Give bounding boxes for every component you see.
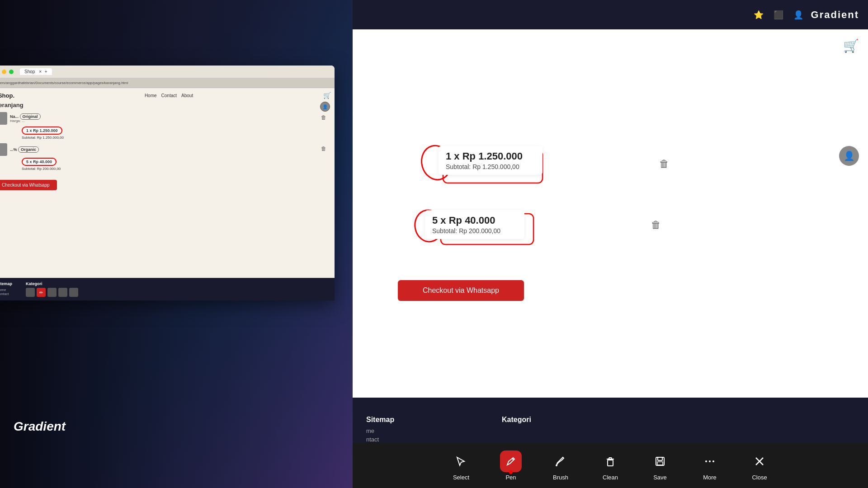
- toolbar: Select Pen Brush: [353, 443, 868, 488]
- footer-toolbar-strip: ✏: [26, 288, 78, 297]
- product1-name: Na... Original: [10, 114, 41, 119]
- profile-icon[interactable]: 👤: [791, 8, 806, 22]
- product2-badge: Organic: [18, 146, 39, 153]
- cart-icon-nav[interactable]: 🛒: [323, 92, 331, 99]
- checkout-btn-screen[interactable]: Checkout via Whatsapp: [0, 180, 57, 190]
- star-icon[interactable]: ⭐: [751, 8, 766, 22]
- clean-icon: [599, 450, 621, 472]
- svg-point-16: [709, 460, 711, 462]
- user-avatar[interactable]: 👤: [839, 146, 859, 166]
- product1-delete[interactable]: 🗑: [321, 114, 326, 121]
- right-panel: ⭐ ⬛ 👤 Gradient 🛒 👤 1 x Rp 1.250.000 Subt…: [353, 0, 868, 488]
- toolbar-more[interactable]: More: [696, 450, 723, 481]
- browser-content: t Shop. Home Contact About 🛒 Keranjang 👤: [0, 88, 335, 300]
- svg-rect-14: [657, 462, 663, 465]
- strip-item-1: [26, 288, 35, 297]
- product1-subtotal-small: Subtotal: Rp 1.250.000,00: [22, 136, 64, 140]
- close-tab[interactable]: ×: [39, 69, 42, 74]
- product2-delete[interactable]: 🗑: [321, 145, 326, 152]
- product1-subtotal: Subtotal: Rp 1.250.000,00: [446, 163, 535, 170]
- bottom-kategori: Kategori: [488, 407, 545, 436]
- nav-home[interactable]: Home: [145, 93, 157, 98]
- svg-rect-13: [658, 457, 662, 460]
- footer-contact-link[interactable]: Contact: [0, 292, 12, 296]
- svg-marker-4: [457, 457, 464, 465]
- close-icon: [749, 450, 770, 472]
- svg-point-15: [705, 460, 707, 462]
- brush-icon: [550, 450, 571, 472]
- kategori-heading: Kategori: [502, 416, 531, 424]
- save-icon: [649, 450, 671, 472]
- app-content: 🛒 👤 1 x Rp 1.250.000 Subtotal: Rp 1.250.…: [353, 29, 868, 398]
- product2-price-circle: 5 x Rp 40.000: [22, 158, 57, 166]
- strip-item-5: [69, 288, 78, 297]
- checkout-area: Checkout via Whatsapp: [0, 176, 331, 190]
- checkout-btn-right[interactable]: Checkout via Whatsapp: [398, 280, 524, 301]
- product2-info: ...% Organic: [10, 147, 39, 152]
- footer-home-link[interactable]: Home: [0, 288, 12, 292]
- save-label: Save: [653, 474, 667, 481]
- svg-rect-7: [608, 460, 613, 466]
- product1-price-circle: 1 x Rp 1.250.000: [22, 127, 62, 135]
- browser-addressbar: /Users/anggardhafebrian/Documents/course…: [0, 78, 335, 88]
- pen-label: Pen: [505, 474, 516, 481]
- user-icon-screen: 👤: [320, 102, 330, 112]
- crop-icon[interactable]: ⬛: [771, 8, 786, 22]
- product1-info: Na... Original Harga: ...: [10, 114, 41, 123]
- toolbar-pen[interactable]: Pen: [497, 450, 524, 481]
- strip-item-2: ✏: [37, 288, 46, 297]
- shop-title: t Shop.: [0, 92, 14, 99]
- product2-row: ...% Organic: [0, 143, 331, 156]
- sitemap-contact[interactable]: ntact: [366, 436, 394, 443]
- toolbar-clean[interactable]: Clean: [597, 450, 624, 481]
- toolbar-close[interactable]: Close: [746, 450, 773, 481]
- svg-line-5: [512, 459, 514, 460]
- product1-thumb: [0, 112, 7, 125]
- product2-qty-price: 5 x Rp 40.000: [432, 215, 517, 226]
- svg-point-6: [556, 465, 557, 466]
- browser-titlebar: Shop × +: [0, 66, 335, 78]
- strip-item-4: [58, 288, 67, 297]
- footer-kategori: Kategori ✏: [26, 282, 78, 297]
- clean-label: Clean: [603, 474, 618, 481]
- footer: Sitemap Home Contact Kategori ✏: [0, 278, 335, 300]
- product2-subtotal-small: Subtotal: Rp 200.000,00: [22, 167, 61, 171]
- toolbar-brush[interactable]: Brush: [547, 450, 574, 481]
- strip-item-3: [47, 288, 57, 297]
- footer-sitemap: Sitemap Home Contact: [0, 282, 12, 297]
- more-label: More: [703, 474, 717, 481]
- pen-icon: [500, 450, 522, 472]
- product2-subtotal: Subtotal: Rp 200.000,00: [432, 227, 517, 235]
- app-header: ⭐ ⬛ 👤 Gradient: [353, 0, 868, 29]
- annotation-item-1: 1 x Rp 1.250.000 Subtotal: Rp 1.250.000,…: [439, 146, 542, 175]
- new-tab[interactable]: +: [45, 69, 47, 74]
- sitemap-home[interactable]: me: [366, 427, 394, 434]
- product1-qty-price: 1 x Rp 1.250.000: [446, 150, 535, 162]
- product1-row: Na... Original Harga: ...: [0, 112, 331, 125]
- annotation-item-2: 5 x Rp 40.000 Subtotal: Rp 200.000,00: [425, 210, 524, 239]
- cart-icon-top[interactable]: 🛒: [843, 38, 859, 53]
- brush-label: Brush: [553, 474, 568, 481]
- app-title: Gradient: [811, 9, 859, 21]
- svg-point-17: [712, 460, 714, 462]
- product2-delete-btn[interactable]: 🗑: [651, 219, 661, 231]
- left-panel: Shop × + /Users/anggardhafebrian/Documen…: [0, 0, 353, 488]
- nav-links: Home Contact About: [145, 93, 193, 98]
- browser-max-dot: [9, 70, 14, 74]
- nav-about[interactable]: About: [181, 93, 193, 98]
- browser-tab: Shop × +: [20, 68, 52, 75]
- sitemap-heading: Sitemap: [366, 416, 394, 424]
- browser-min-dot: [2, 70, 6, 74]
- close-label: Close: [752, 474, 767, 481]
- product2-name: ...% Organic: [10, 147, 39, 152]
- select-label: Select: [453, 474, 469, 481]
- product1-delete-btn[interactable]: 🗑: [659, 158, 669, 170]
- product2-thumb: [0, 143, 7, 156]
- footer-kategori-title: Kategori: [26, 282, 78, 286]
- page-heading: Keranjang: [0, 102, 331, 108]
- toolbar-save[interactable]: Save: [646, 450, 674, 481]
- nav-contact[interactable]: Contact: [161, 93, 177, 98]
- footer-sitemap-title: Sitemap: [0, 282, 12, 286]
- product1-area: Na... Original Harga: ... 1 x Rp 1.250.0…: [0, 112, 331, 141]
- toolbar-select[interactable]: Select: [448, 450, 475, 481]
